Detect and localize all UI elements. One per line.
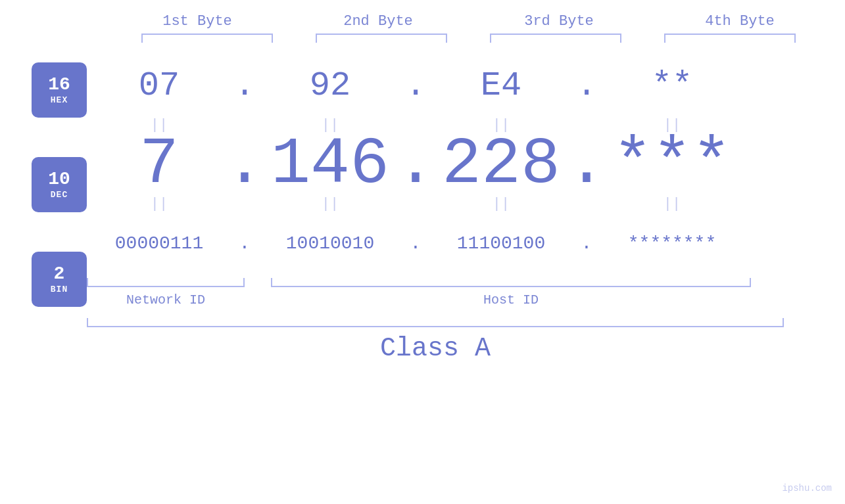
- dec-badge-number: 10: [48, 170, 70, 190]
- byte3-header: 3rd Byte: [487, 13, 631, 30]
- eq2-b4: ||: [600, 196, 744, 212]
- bin-badge-label: BIN: [51, 285, 68, 294]
- byte1-header: 1st Byte: [125, 13, 270, 30]
- byte2-header: 2nd Byte: [306, 13, 450, 30]
- bracket-byte2: [316, 34, 447, 43]
- bin-sep2: .: [402, 233, 429, 254]
- bin-byte1: 00000111: [87, 233, 231, 254]
- bin-badge: 2 BIN: [32, 252, 87, 307]
- dec-sep1: .: [231, 127, 258, 202]
- host-bracket: [271, 278, 751, 287]
- bin-byte2: 10010010: [258, 233, 402, 254]
- bin-sep3: .: [573, 233, 600, 254]
- bracket-byte1: [141, 34, 273, 43]
- byte-headers: 1st Byte 2nd Byte 3rd Byte 4th Byte: [107, 13, 831, 30]
- host-id-label: Host ID: [271, 292, 751, 308]
- bin-byte4: ********: [600, 233, 744, 254]
- watermark: ipshu.com: [782, 483, 832, 493]
- hex-byte1: 07: [87, 66, 231, 105]
- bin-sep1: .: [231, 233, 258, 254]
- badges-column: 16 HEX 10 DEC 2 BIN: [32, 62, 87, 504]
- bracket-byte4: [664, 34, 796, 43]
- equals-row-2: || || || ||: [87, 194, 825, 214]
- hex-byte3: E4: [429, 66, 573, 105]
- eq2-b3: ||: [429, 196, 573, 212]
- dec-byte3: 228: [429, 127, 573, 202]
- top-brackets: [120, 34, 817, 43]
- dec-sep3: .: [573, 127, 600, 202]
- values-section: 16 HEX 10 DEC 2 BIN 07 . 92 . E4 . **: [0, 43, 845, 504]
- net-bracket: [87, 278, 245, 287]
- hex-sep3: .: [573, 66, 600, 105]
- dec-value-row: 7 . 146 . 228 . ***: [87, 135, 825, 194]
- hex-byte4: **: [600, 66, 744, 105]
- hex-badge-label: HEX: [51, 95, 68, 105]
- bracket-byte3: [490, 34, 621, 43]
- hex-badge-number: 16: [48, 75, 70, 95]
- bin-badge-number: 2: [54, 264, 65, 285]
- hex-value-row: 07 . 92 . E4 . **: [87, 56, 825, 115]
- hex-byte2: 92: [258, 66, 402, 105]
- bin-value-row: 00000111 . 10010010 . 11100100 . *******…: [87, 214, 825, 273]
- hex-sep2: .: [402, 66, 429, 105]
- outer-bracket: [87, 318, 784, 327]
- dec-byte1: 7: [87, 127, 231, 202]
- bottom-brackets: [87, 278, 784, 287]
- dec-byte2: 146: [258, 127, 402, 202]
- eq2-b2: ||: [258, 196, 402, 212]
- main-container: 1st Byte 2nd Byte 3rd Byte 4th Byte 16 H…: [0, 0, 845, 504]
- byte4-header: 4th Byte: [667, 13, 812, 30]
- network-id-label: Network ID: [87, 292, 245, 308]
- bin-byte3: 11100100: [429, 233, 573, 254]
- dec-sep2: .: [402, 127, 429, 202]
- hex-badge: 16 HEX: [32, 62, 87, 118]
- dec-badge-label: DEC: [51, 190, 68, 200]
- id-labels-row: Network ID Host ID: [87, 292, 784, 308]
- dec-byte4: ***: [600, 127, 744, 202]
- right-section: 07 . 92 . E4 . ** || || || || 7 .: [87, 43, 825, 504]
- dec-badge: 10 DEC: [32, 157, 87, 212]
- class-label: Class A: [87, 334, 784, 363]
- eq2-b1: ||: [87, 196, 231, 212]
- hex-sep1: .: [231, 66, 258, 105]
